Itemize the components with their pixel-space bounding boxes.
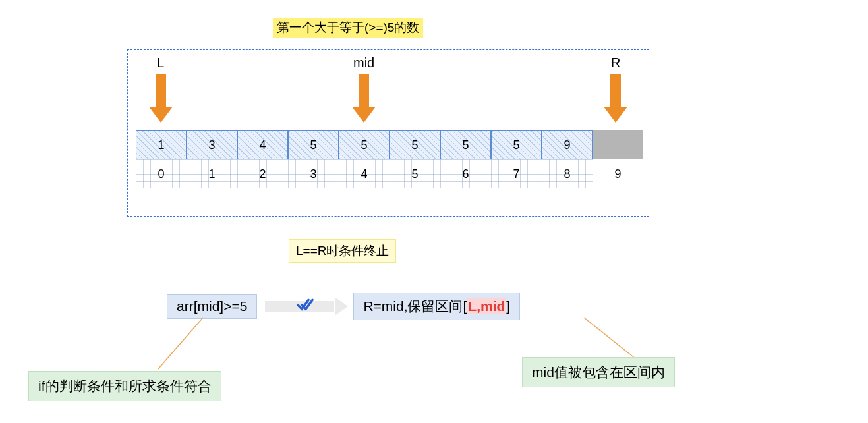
pointer-label-R: R xyxy=(611,55,620,70)
flow-arrow-icon xyxy=(262,297,348,316)
result-highlight: L,mid xyxy=(467,298,506,314)
array-cell: 9 xyxy=(542,130,593,159)
array-index: 6 xyxy=(440,159,491,188)
array-index: 5 xyxy=(390,159,440,188)
flow-row: arr[mid]>=5 R=mid,保留区间[L,mid] xyxy=(167,293,520,320)
pointer-arrow-R xyxy=(604,74,627,123)
note-right: mid值被包含在区间内 xyxy=(522,357,675,387)
pointer-arrow-L xyxy=(149,74,173,123)
pointer-arrow-mid xyxy=(352,74,376,123)
array-value-row: 1 3 4 5 5 5 5 5 9 xyxy=(136,130,643,159)
array-cell: 3 xyxy=(187,130,237,159)
array-grid: 1 3 4 5 5 5 5 5 9 0 1 2 3 4 5 6 7 8 9 xyxy=(136,130,643,188)
array-cell-sentinel xyxy=(593,130,643,159)
array-cell: 5 xyxy=(440,130,491,159)
stop-condition-box: L==R时条件终止 xyxy=(289,239,396,263)
note-left: if的判断条件和所求条件符合 xyxy=(28,371,221,401)
array-index: 0 xyxy=(136,159,187,188)
checkmark-icon xyxy=(296,295,314,316)
array-index: 7 xyxy=(491,159,542,188)
array-cell: 5 xyxy=(390,130,440,159)
array-index: 2 xyxy=(237,159,288,188)
condition-box: arr[mid]>=5 xyxy=(167,294,257,319)
result-box: R=mid,保留区间[L,mid] xyxy=(353,293,520,320)
array-cell: 5 xyxy=(491,130,542,159)
array-cell: 4 xyxy=(237,130,288,159)
array-cell: 5 xyxy=(339,130,390,159)
array-index: 9 xyxy=(593,159,643,188)
array-cell: 5 xyxy=(288,130,339,159)
result-prefix: R=mid,保留区间[ xyxy=(363,298,467,314)
pointer-label-mid: mid xyxy=(353,55,374,70)
array-index: 8 xyxy=(542,159,593,188)
title-highlight: 第一个大于等于(>=)5的数 xyxy=(273,18,423,38)
array-index: 4 xyxy=(339,159,390,188)
result-suffix: ] xyxy=(506,298,510,314)
array-index: 3 xyxy=(288,159,339,188)
array-index-row: 0 1 2 3 4 5 6 7 8 9 xyxy=(136,159,643,188)
array-index: 1 xyxy=(187,159,237,188)
array-cell: 1 xyxy=(136,130,187,159)
pointer-label-L: L xyxy=(157,55,164,70)
